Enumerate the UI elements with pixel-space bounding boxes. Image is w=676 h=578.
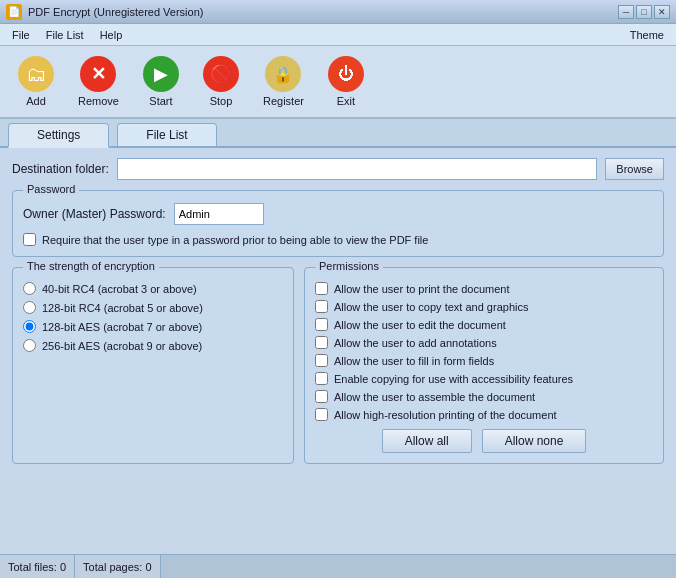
permissions-group-title: Permissions <box>315 260 383 272</box>
enc-label-aes-256: 256-bit AES (acrobat 9 or above) <box>42 340 202 352</box>
password-group: Password Owner (Master) Password: Requir… <box>12 190 664 257</box>
destination-row: Destination folder: Browse <box>12 158 664 180</box>
enc-option-2: 128-bit AES (acrobat 7 or above) <box>23 320 283 333</box>
menu-theme[interactable]: Theme <box>622 27 672 43</box>
enc-option-1: 128-bit RC4 (acrobat 5 or above) <box>23 301 283 314</box>
perm-label-0: Allow the user to print the document <box>334 283 509 295</box>
perm-label-2: Allow the user to edit the document <box>334 319 506 331</box>
app-title: PDF Encrypt (Unregistered Version) <box>28 6 203 18</box>
total-files: Total files: 0 <box>0 555 75 578</box>
start-label: Start <box>149 95 172 107</box>
exit-button[interactable]: ⏻ Exit <box>318 52 374 111</box>
close-button[interactable]: ✕ <box>654 5 670 19</box>
start-button[interactable]: ▶ Start <box>133 52 189 111</box>
perm-label-7: Allow high-resolution printing of the do… <box>334 409 557 421</box>
perm-label-6: Allow the user to assemble the document <box>334 391 535 403</box>
remove-icon: ✕ <box>80 56 116 92</box>
enc-radio-aes-256[interactable] <box>23 339 36 352</box>
maximize-button[interactable]: □ <box>636 5 652 19</box>
owner-password-label: Owner (Master) Password: <box>23 207 166 221</box>
permissions-group: Permissions Allow the user to print the … <box>304 267 664 464</box>
menu-help[interactable]: Help <box>92 27 131 43</box>
require-password-label: Require that the user type in a password… <box>42 234 428 246</box>
enc-label-aes-128: 128-bit AES (acrobat 7 or above) <box>42 321 202 333</box>
enc-radio-rc4-40[interactable] <box>23 282 36 295</box>
progress-bar <box>161 555 676 578</box>
tab-bar: Settings File List <box>0 119 676 148</box>
register-button[interactable]: 🔒 Register <box>253 52 314 111</box>
perm-checkbox-2[interactable] <box>315 318 328 331</box>
perm-7: Allow high-resolution printing of the do… <box>315 408 653 421</box>
perm-checkbox-3[interactable] <box>315 336 328 349</box>
owner-password-input[interactable] <box>174 203 264 225</box>
destination-label: Destination folder: <box>12 162 109 176</box>
perm-checkbox-7[interactable] <box>315 408 328 421</box>
enc-radio-rc4-128[interactable] <box>23 301 36 314</box>
exit-label: Exit <box>337 95 355 107</box>
folder-icon: 🗂 <box>18 56 54 92</box>
window-controls: ─ □ ✕ <box>618 5 670 19</box>
owner-password-row: Owner (Master) Password: <box>23 203 653 225</box>
enc-label-rc4-40: 40-bit RC4 (acrobat 3 or above) <box>42 283 197 295</box>
require-password-checkbox[interactable] <box>23 233 36 246</box>
status-bar: Total files: 0 Total pages: 0 <box>0 554 676 578</box>
tab-settings[interactable]: Settings <box>8 123 109 148</box>
perm-label-4: Allow the user to fill in form fields <box>334 355 494 367</box>
perm-6: Allow the user to assemble the document <box>315 390 653 403</box>
bottom-section: The strength of encryption 40-bit RC4 (a… <box>12 267 664 474</box>
app-icon: 📄 <box>6 4 22 20</box>
perm-checkbox-6[interactable] <box>315 390 328 403</box>
allow-none-button[interactable]: Allow none <box>482 429 587 453</box>
menu-file[interactable]: File <box>4 27 38 43</box>
total-pages: Total pages: 0 <box>75 555 161 578</box>
perm-checkbox-0[interactable] <box>315 282 328 295</box>
title-bar: 📄 PDF Encrypt (Unregistered Version) ─ □… <box>0 0 676 24</box>
stop-button[interactable]: 🚫 Stop <box>193 52 249 111</box>
enc-option-0: 40-bit RC4 (acrobat 3 or above) <box>23 282 283 295</box>
encryption-group: The strength of encryption 40-bit RC4 (a… <box>12 267 294 464</box>
perm-5: Enable copying for use with accessibilit… <box>315 372 653 385</box>
allow-all-button[interactable]: Allow all <box>382 429 472 453</box>
perm-label-5: Enable copying for use with accessibilit… <box>334 373 573 385</box>
perm-3: Allow the user to add annotations <box>315 336 653 349</box>
remove-label: Remove <box>78 95 119 107</box>
perm-checkbox-5[interactable] <box>315 372 328 385</box>
perm-1: Allow the user to copy text and graphics <box>315 300 653 313</box>
enc-label-rc4-128: 128-bit RC4 (acrobat 5 or above) <box>42 302 203 314</box>
perm-label-1: Allow the user to copy text and graphics <box>334 301 528 313</box>
main-content: Destination folder: Browse Password Owne… <box>0 148 676 484</box>
start-icon: ▶ <box>143 56 179 92</box>
permissions-list: Allow the user to print the document All… <box>315 282 653 421</box>
minimize-button[interactable]: ─ <box>618 5 634 19</box>
enc-option-3: 256-bit AES (acrobat 9 or above) <box>23 339 283 352</box>
tab-filelist[interactable]: File List <box>117 123 216 146</box>
perm-checkbox-1[interactable] <box>315 300 328 313</box>
enc-radio-aes-128[interactable] <box>23 320 36 333</box>
browse-button[interactable]: Browse <box>605 158 664 180</box>
perm-2: Allow the user to edit the document <box>315 318 653 331</box>
password-group-title: Password <box>23 183 79 195</box>
menu-filelist[interactable]: File List <box>38 27 92 43</box>
perm-0: Allow the user to print the document <box>315 282 653 295</box>
remove-button[interactable]: ✕ Remove <box>68 52 129 111</box>
menu-bar: File File List Help Theme <box>0 24 676 46</box>
perm-4: Allow the user to fill in form fields <box>315 354 653 367</box>
stop-label: Stop <box>210 95 233 107</box>
require-password-row: Require that the user type in a password… <box>23 233 653 246</box>
toolbar: 🗂 Add ✕ Remove ▶ Start 🚫 Stop 🔒 Register… <box>0 46 676 119</box>
perm-label-3: Allow the user to add annotations <box>334 337 497 349</box>
encryption-group-title: The strength of encryption <box>23 260 159 272</box>
allow-buttons: Allow all Allow none <box>315 429 653 453</box>
add-label: Add <box>26 95 46 107</box>
add-button[interactable]: 🗂 Add <box>8 52 64 111</box>
exit-icon: ⏻ <box>328 56 364 92</box>
stop-icon: 🚫 <box>203 56 239 92</box>
perm-checkbox-4[interactable] <box>315 354 328 367</box>
register-label: Register <box>263 95 304 107</box>
destination-input[interactable] <box>117 158 598 180</box>
register-icon: 🔒 <box>265 56 301 92</box>
